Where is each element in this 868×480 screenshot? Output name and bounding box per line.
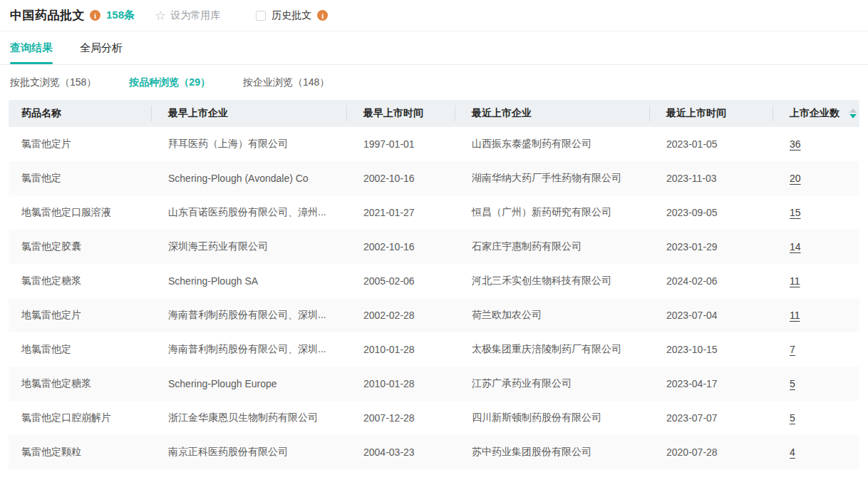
history-filter: 历史批文 i [256, 9, 328, 22]
latest-date-cell: 2023-07-07 [649, 401, 773, 435]
company-count-cell: 11 [773, 264, 859, 298]
column-header-drug-name: 药品名称 [9, 100, 151, 127]
earliest-company-cell: 海南普利制药股份有限公司、深圳... [151, 298, 346, 332]
drug-name-cell: 地氯雷他定口服溶液 [9, 195, 151, 230]
company-count-link[interactable]: 5 [790, 412, 795, 424]
sort-icon[interactable] [849, 108, 857, 118]
latest-date-cell: 2023-11-03 [649, 161, 773, 195]
column-header-company-count[interactable]: 上市企业数 [773, 100, 859, 127]
earliest-date-cell: 2002-10-16 [346, 230, 455, 264]
earliest-company-cell: Schering-Plough (Avondale) Co [151, 161, 346, 195]
tab-query-results[interactable]: 查询结果 [10, 31, 53, 64]
sort-asc-icon [849, 108, 857, 113]
company-count-link[interactable]: 11 [790, 310, 800, 321]
earliest-date-cell: 2005-02-06 [346, 264, 455, 298]
main-tabs: 查询结果 全局分析 [0, 31, 868, 65]
earliest-date-cell: 2021-01-27 [346, 195, 455, 230]
page-header: 中国药品批文 i 158条 ☆ 设为常用库 历史批文 i [0, 0, 868, 31]
subtab-by-company[interactable]: 按企业浏览（148） [243, 76, 329, 89]
earliest-date-cell: 2002-02-28 [346, 298, 455, 332]
company-count-link[interactable]: 4 [790, 446, 795, 458]
earliest-date-cell: 2010-01-28 [346, 332, 455, 367]
drug-name-cell: 氯雷他定片 [9, 127, 151, 161]
earliest-date-cell: 1997-01-01 [346, 127, 455, 161]
company-count-link[interactable]: 36 [790, 138, 801, 150]
table-row: 氯雷他定口腔崩解片浙江金华康恩贝生物制药有限公司2007-12-28四川新斯顿制… [9, 401, 859, 435]
earliest-company-cell: 深圳海王药业有限公司 [151, 230, 346, 264]
info-icon[interactable]: i [90, 10, 100, 21]
table-header-row: 药品名称 最早上市企业 最早上市时间 最近上市企业 最近上市时间 上市企业数 [9, 100, 859, 127]
earliest-company-cell: 浙江金华康恩贝生物制药有限公司 [151, 401, 346, 435]
company-count-cell: 11 [773, 298, 859, 332]
company-count-cell: 5 [773, 401, 859, 435]
table-row: 地氯雷他定海南普利制药股份有限公司、深圳...2010-01-28太极集团重庆涪… [9, 332, 859, 367]
earliest-company-cell: 南京正科医药股份有限公司 [151, 435, 346, 469]
drug-name-cell: 氯雷他定胶囊 [9, 230, 151, 264]
set-favorite-button[interactable]: ☆ 设为常用库 [155, 9, 220, 22]
latest-company-cell: 四川新斯顿制药股份有限公司 [455, 401, 649, 435]
column-header-latest-date: 最近上市时间 [649, 100, 773, 127]
latest-company-cell: 恒昌（广州）新药研究有限公司 [455, 195, 649, 230]
company-count-cell: 4 [773, 435, 859, 469]
drug-name-cell: 氯雷他定颗粒 [9, 435, 151, 469]
table-row: 氯雷他定Schering-Plough (Avondale) Co2002-10… [9, 161, 859, 195]
latest-date-cell: 2023-07-04 [649, 298, 773, 332]
tab-global-analysis[interactable]: 全局分析 [80, 31, 123, 64]
star-icon: ☆ [155, 9, 166, 22]
company-count-cell: 14 [773, 230, 859, 264]
earliest-date-cell: 2007-12-28 [346, 401, 455, 435]
company-count-cell: 15 [773, 195, 859, 230]
table-row: 地氯雷他定口服溶液山东百诺医药股份有限公司、漳州...2021-01-27恒昌（… [9, 195, 859, 230]
company-count-cell: 5 [773, 367, 859, 401]
latest-date-cell: 2023-01-29 [649, 230, 773, 264]
drug-name-cell: 氯雷他定 [9, 161, 151, 195]
column-header-company-count-label: 上市企业数 [790, 107, 839, 118]
table-row: 氯雷他定胶囊深圳海王药业有限公司2002-10-16石家庄宇惠制药有限公司202… [9, 230, 859, 264]
latest-date-cell: 2020-07-28 [649, 435, 773, 469]
earliest-date-cell: 2002-10-16 [346, 161, 455, 195]
results-table: 药品名称 最早上市企业 最早上市时间 最近上市企业 最近上市时间 上市企业数 氯… [9, 100, 859, 469]
earliest-company-cell: 拜耳医药（上海）有限公司 [151, 127, 346, 161]
history-label: 历史批文 [272, 9, 311, 22]
subtab-by-variety[interactable]: 按品种浏览（29） [129, 76, 210, 89]
earliest-company-cell: 山东百诺医药股份有限公司、漳州... [151, 195, 346, 230]
latest-company-cell: 山西振东泰盛制药有限公司 [455, 127, 649, 161]
table-row: 地氯雷他定片海南普利制药股份有限公司、深圳...2002-02-28荷兰欧加农公… [9, 298, 859, 332]
info-icon[interactable]: i [317, 10, 328, 21]
set-favorite-label: 设为常用库 [170, 9, 220, 22]
subtab-by-approval[interactable]: 按批文浏览（158） [10, 76, 96, 89]
latest-date-cell: 2023-04-17 [649, 367, 773, 401]
earliest-company-cell: Schering-Plough SA [151, 264, 346, 298]
table-row: 氯雷他定颗粒南京正科医药股份有限公司2004-03-23苏中药业集团股份有限公司… [9, 435, 859, 469]
table-row: 地氯雷他定糖浆Schering-Plough Europe2010-01-28江… [9, 367, 859, 401]
company-count-link[interactable]: 20 [790, 173, 801, 184]
result-count: 158条 [106, 9, 135, 22]
company-count-link[interactable]: 7 [790, 344, 795, 355]
history-checkbox[interactable] [256, 11, 266, 21]
sort-desc-icon [849, 114, 857, 118]
latest-company-cell: 太极集团重庆涪陵制药厂有限公司 [455, 332, 649, 367]
drug-name-cell: 地氯雷他定 [9, 332, 151, 367]
column-header-latest-company: 最近上市企业 [455, 100, 649, 127]
latest-date-cell: 2023-09-05 [649, 195, 773, 230]
latest-company-cell: 江苏广承药业有限公司 [455, 367, 649, 401]
drug-name-cell: 氯雷他定糖浆 [9, 264, 151, 298]
company-count-cell: 20 [773, 161, 859, 195]
latest-date-cell: 2023-10-15 [649, 332, 773, 367]
earliest-date-cell: 2010-01-28 [346, 367, 455, 401]
company-count-link[interactable]: 14 [790, 241, 801, 252]
earliest-company-cell: 海南普利制药股份有限公司、深圳... [151, 332, 346, 367]
earliest-date-cell: 2004-03-23 [346, 435, 455, 469]
column-header-earliest-date: 最早上市时间 [346, 100, 455, 127]
table-body: 氯雷他定片拜耳医药（上海）有限公司1997-01-01山西振东泰盛制药有限公司2… [9, 127, 859, 469]
table-row: 氯雷他定糖浆Schering-Plough SA2005-02-06河北三禾实创… [9, 264, 859, 298]
page-title: 中国药品批文 [10, 7, 85, 24]
latest-company-cell: 苏中药业集团股份有限公司 [455, 435, 649, 469]
company-count-link[interactable]: 5 [790, 378, 795, 389]
latest-date-cell: 2023-01-05 [649, 127, 773, 161]
company-count-link[interactable]: 15 [790, 207, 801, 218]
company-count-link[interactable]: 11 [790, 275, 800, 287]
latest-company-cell: 湖南华纳大药厂手性药物有限公司 [455, 161, 649, 195]
drug-name-cell: 地氯雷他定糖浆 [9, 367, 151, 401]
column-header-earliest-company: 最早上市企业 [151, 100, 346, 127]
